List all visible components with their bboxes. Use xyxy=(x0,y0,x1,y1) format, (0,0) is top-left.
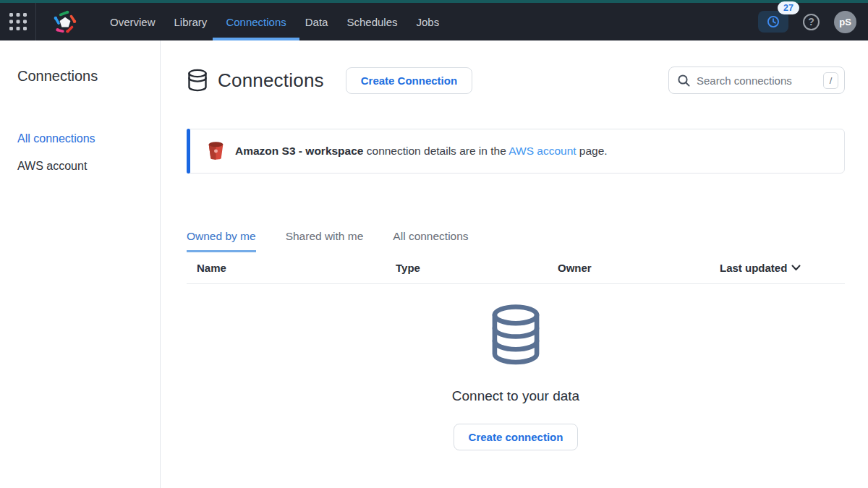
chevron-down-icon xyxy=(791,265,801,271)
table-header-row: Name Type Owner Last updated xyxy=(187,252,845,284)
nav-item-schedules[interactable]: Schedules xyxy=(337,3,407,40)
tab-all-connections[interactable]: All connections xyxy=(393,230,468,252)
clock-icon xyxy=(766,14,780,29)
sidebar-title: Connections xyxy=(17,68,160,85)
database-icon xyxy=(187,69,208,92)
recent-activity-button[interactable]: 27 xyxy=(758,11,788,33)
banner-accent-bar xyxy=(187,129,190,174)
tab-shared-with-me[interactable]: Shared with me xyxy=(286,230,364,252)
tab-owned-by-me[interactable]: Owned by me xyxy=(187,230,256,252)
info-banner: Amazon S3 - workspace connection details… xyxy=(187,129,845,174)
home-logo-link[interactable] xyxy=(36,3,78,40)
column-header-last-updated[interactable]: Last updated xyxy=(720,262,845,274)
banner-aws-account-link[interactable]: AWS account xyxy=(509,145,576,157)
nav-item-connections[interactable]: Connections xyxy=(216,3,295,40)
column-header-name[interactable]: Name xyxy=(197,262,396,274)
empty-state-title: Connect to your data xyxy=(187,388,845,404)
column-header-owner[interactable]: Owner xyxy=(558,262,720,274)
avatar[interactable]: pS xyxy=(834,11,856,33)
help-button[interactable]: ? xyxy=(803,14,820,30)
banner-connection-name: Amazon S3 - workspace xyxy=(235,145,363,157)
sidebar-nav: All connections AWS account xyxy=(0,125,160,180)
column-header-type[interactable]: Type xyxy=(396,262,558,274)
apps-grid-button[interactable] xyxy=(0,3,35,40)
empty-state: Connect to your data Create connection xyxy=(187,304,845,450)
avatar-initials: pS xyxy=(839,17,851,27)
banner-text: Amazon S3 - workspace connection details… xyxy=(235,145,608,158)
nav-item-library[interactable]: Library xyxy=(165,3,217,40)
notification-badge: 27 xyxy=(778,1,799,14)
search-input[interactable] xyxy=(697,74,823,87)
connection-tabs: Owned by me Shared with me All connectio… xyxy=(187,230,845,252)
empty-create-connection-button[interactable]: Create connection xyxy=(454,424,579,450)
main-content: Connections Create Connection / Amazon S… xyxy=(161,40,868,488)
database-empty-icon xyxy=(486,304,545,366)
topbar-right-cluster: 27 ? pS xyxy=(758,3,868,40)
nav-item-data[interactable]: Data xyxy=(296,3,338,40)
search-icon xyxy=(677,74,691,87)
help-icon: ? xyxy=(808,16,814,27)
slash-key-hint: / xyxy=(823,72,838,89)
apps-grid-icon xyxy=(8,12,28,32)
search-box[interactable]: / xyxy=(668,67,845,94)
domino-logo-icon xyxy=(52,9,78,35)
top-navigation-bar: Overview Library Connections Data Schedu… xyxy=(0,0,868,40)
page-title: Connections xyxy=(218,69,324,92)
create-connection-button[interactable]: Create Connection xyxy=(346,67,472,94)
nav-item-overview[interactable]: Overview xyxy=(101,3,165,40)
sidebar-item-aws-account[interactable]: AWS account xyxy=(0,153,160,180)
sidebar: Connections All connections AWS account xyxy=(0,40,161,488)
s3-icon xyxy=(207,141,225,161)
nav-item-jobs[interactable]: Jobs xyxy=(407,3,449,40)
primary-nav: Overview Library Connections Data Schedu… xyxy=(101,3,448,40)
page-header: Connections Create Connection / xyxy=(187,67,845,94)
sidebar-item-all-connections[interactable]: All connections xyxy=(0,125,160,153)
